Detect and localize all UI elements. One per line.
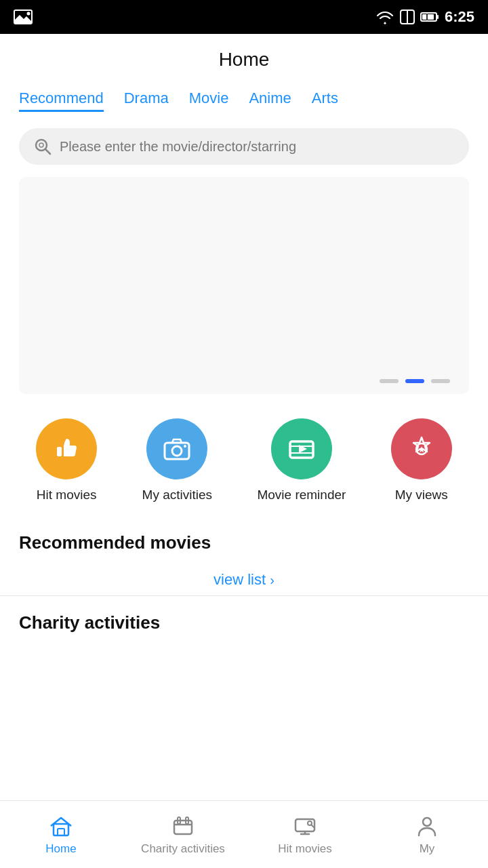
view-list-button[interactable]: view list › [0, 559, 488, 595]
my-activities-label: My activities [142, 488, 212, 502]
charity-activities-title: Charity activities [0, 596, 488, 639]
quick-icons: Hit movies My activities Movie reminder [0, 394, 488, 516]
bottom-nav-charity-label: Charity activities [141, 842, 225, 856]
nav-tab-recommend[interactable]: Recommend [19, 87, 104, 112]
quick-item-hit-movies[interactable]: Hit movies [36, 418, 97, 502]
battery-icon [420, 11, 439, 23]
my-views-icon-circle: ★ [391, 418, 452, 479]
my-views-label: My views [395, 488, 448, 502]
hit-movies-label: Hit movies [37, 488, 97, 502]
sim-icon [400, 9, 415, 24]
person-icon [415, 814, 439, 838]
svg-line-10 [45, 149, 50, 154]
svg-rect-12 [57, 447, 62, 456]
nav-tab-movie[interactable]: Movie [189, 87, 229, 112]
nav-tab-anime[interactable]: Anime [249, 87, 291, 112]
bottom-nav-my[interactable]: My [366, 814, 488, 856]
quick-item-my-views[interactable]: ★ My views [391, 418, 452, 502]
bottom-nav-hit-movies[interactable]: Hit movies [244, 814, 366, 856]
svg-point-11 [39, 143, 43, 147]
bottom-nav-home[interactable]: Home [0, 814, 122, 856]
svg-line-32 [311, 825, 314, 827]
svg-point-15 [184, 445, 186, 448]
svg-rect-23 [54, 824, 68, 835]
svg-point-33 [423, 818, 431, 826]
charity-icon [171, 814, 195, 838]
svg-point-2 [27, 12, 30, 16]
hit-movies-icon-circle [36, 418, 97, 479]
svg-rect-6 [422, 14, 434, 20]
wifi-icon [375, 9, 394, 24]
bottom-nav-my-label: My [420, 842, 435, 856]
svg-rect-24 [58, 829, 64, 835]
svg-point-14 [172, 446, 182, 456]
nav-tab-drama[interactable]: Drama [124, 87, 169, 112]
search-bar[interactable] [19, 128, 469, 165]
svg-rect-25 [174, 821, 192, 834]
svg-rect-7 [437, 15, 439, 19]
page-title: Home [0, 34, 488, 77]
banner [19, 177, 469, 394]
dot-1 [380, 379, 399, 383]
quick-item-movie-reminder[interactable]: Movie reminder [257, 418, 346, 502]
bottom-nav-home-label: Home [45, 842, 76, 856]
bottom-nav: Home Charity activities Hit movies My [0, 800, 488, 868]
bottom-nav-charity[interactable]: Charity activities [122, 814, 244, 856]
banner-dots [380, 379, 450, 383]
nav-tabs: Recommend Drama Movie Anime Arts [0, 77, 488, 121]
recommended-movies-title: Recommended movies [0, 516, 488, 559]
photo-icon [14, 9, 33, 24]
quick-item-my-activities[interactable]: My activities [142, 418, 212, 502]
badge-icon: ★ [406, 433, 437, 465]
search-input[interactable] [60, 139, 454, 155]
movie-reminder-icon-circle [271, 418, 332, 479]
search-icon [34, 138, 52, 155]
svg-text:★: ★ [418, 446, 426, 454]
dot-2 [405, 379, 424, 383]
dot-3 [431, 379, 450, 383]
movie-reminder-label: Movie reminder [257, 488, 346, 502]
movie-icon [286, 433, 317, 465]
tv-icon [293, 814, 317, 838]
thumbs-up-icon [51, 433, 82, 465]
camera-icon [161, 433, 192, 465]
nav-tab-arts[interactable]: Arts [312, 87, 338, 112]
my-activities-icon-circle [146, 418, 207, 479]
time-display: 6:25 [445, 8, 474, 26]
chevron-right-icon: › [270, 572, 274, 587]
bottom-nav-hit-movies-label: Hit movies [278, 842, 331, 856]
svg-marker-1 [14, 15, 32, 24]
status-bar: 6:25 [0, 0, 488, 34]
home-icon [49, 814, 73, 838]
